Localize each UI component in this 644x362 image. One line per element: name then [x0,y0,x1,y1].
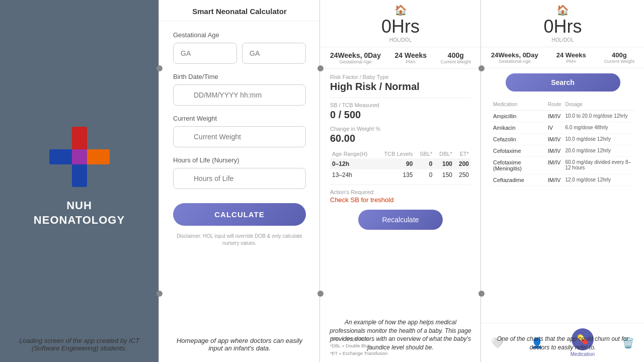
cell-dbl: 100 [434,158,454,169]
svg-rect-3 [85,149,110,164]
table-row: Cefazolin IM/IV 10.0 mg/dose 12hrly [491,134,634,145]
med-name: Cefotaxime (Meningitis) [491,157,546,174]
cell-age: 13–24h [330,169,376,180]
hol-group: Hours of Life (Nursery) 🕐 [173,156,306,189]
chart-pma: 24 Weeks PMA [556,51,586,64]
med-dosage: 20.0 mg/dose 12hrly [563,145,634,157]
monitor-weight: 400g Current Weight [441,51,471,64]
med-route: IM/IV [546,134,564,145]
ga-input-1[interactable] [173,43,237,64]
loading-caption: Loading screen of the app created by ICT… [0,337,158,352]
monitor-home-icon[interactable]: 🏠 [325,4,476,16]
search-button[interactable]: Search [506,73,620,92]
sep-dot-top-home [156,65,163,71]
hol-input[interactable] [173,168,306,189]
med-dosage: 60.0 mg/day divided every 8–12 hours [563,157,634,174]
ga-label: Gestational Age [173,31,306,39]
med-dosage: 10.0 mg/dose 12hrly [563,134,634,145]
disclaimer-text: Disclaimer: HOL input will override DOB … [173,233,306,247]
med-route: IV [546,122,564,134]
chart-time: 0Hrs [486,16,639,37]
birth-datetime-group: Birth Date/Time 📅 [173,73,306,106]
app-title: NUH NEONATOLOGY [34,199,125,227]
weight-label: Current Weight [173,115,306,122]
panel-home: Smart Neonatal Calculator Gestational Ag… [158,0,319,362]
med-dosage: 12.0 mg/dose 12hrly [563,174,634,186]
chart-home-icon[interactable]: 🏠 [486,4,639,16]
panel-loading: NUH NEONATOLOGY Loading screen of the ap… [0,0,158,362]
risk-label: Risk Factor / Baby Type [330,74,471,80]
ga-input-2[interactable] [242,43,306,64]
cell-tcb: 135 [376,169,415,180]
medication-table: Medication Route Dosage Ampicillin IM/IV… [491,100,634,186]
home-title: Smart Neonatal Calculator [164,7,315,16]
sep-dot-top-monitor [317,65,324,71]
panel-monitor: 🏠 0Hrs HOL/DOL 24Weeks, 0Day Gestational… [319,0,480,362]
svg-rect-4 [72,162,87,187]
monitor-body: Risk Factor / Baby Type High Risk / Norm… [320,69,481,335]
actions-label: Action's Required: [330,189,471,195]
hol-label: Hours of Life (Nursery) [173,156,306,164]
monitor-table: Age Range(H) TCB Levels SBL* DBL* ET* 0–… [330,149,471,180]
weight-input[interactable] [173,126,306,147]
table-row: Amikacin IV 6.0 mg/dose 48hrly [491,122,634,134]
table-row: Ceftazadime IM/IV 12.0 mg/dose 12hrly [491,174,634,186]
calculate-button[interactable]: CALCULATE [173,203,306,226]
risk-value: High Risk / Normal [330,81,471,93]
sb-label: SB / TCB Measured [330,102,471,108]
svg-rect-2 [49,149,74,164]
col-dosage: Dosage [563,100,634,111]
chart-hol-label: HOL/DOL [486,37,639,43]
medication-label: Medication [571,351,595,357]
sep-dot-bottom-monitor [317,291,324,297]
chart-caption: One of the charts that the app could chu… [481,335,644,352]
cell-dbl: 150 [434,169,454,180]
cell-et: 200 [454,158,471,169]
chart-body: Search Medication Route Dosage Ampicilli… [481,68,644,323]
sep-dot-top-chart [478,65,485,71]
med-name: Amikacin [491,122,546,134]
home-content: Gestational Age Birth Date/Time 📅 Curren… [159,21,320,362]
col-tcb: TCB Levels [376,149,415,158]
panel-chart: 🏠 0Hrs HOL/DOL 24Weeks, 0Day Gestational… [480,0,644,362]
monitor-hol-label: HOL/DOL [325,37,476,43]
recalculate-button[interactable]: Recalculate [358,210,443,230]
monitor-header: 🏠 0Hrs HOL/DOL [320,0,481,47]
cell-sbl: 0 [415,169,434,180]
col-medication: Medication [491,100,546,111]
svg-rect-5 [72,149,87,164]
gestational-age-group: Gestational Age [173,31,306,64]
actions-value: Check SB for treshold [330,196,471,204]
home-header: Smart Neonatal Calculator [159,0,320,21]
monitor-ga: 24Weeks, 0Day Gestational Age [330,51,381,64]
weight-group: Current Weight ⚖️ [173,115,306,147]
weight-change-value: 60.00 [330,133,471,144]
logo-container: NUH NEONATOLOGY [34,124,125,227]
chart-weight: 400g Current Weight [604,51,634,64]
birth-input[interactable] [173,84,306,106]
svg-rect-1 [72,127,87,152]
table-row: Cefotaxime IM/IV 20.0 mg/dose 12hrly [491,145,634,157]
med-route: IM/IV [546,174,564,186]
med-route: IM/IV [546,145,564,157]
med-name: Ampicillin [491,111,546,122]
table-row: Cefotaxime (Meningitis) IM/IV 60.0 mg/da… [491,157,634,174]
med-name: Cefotaxime [491,145,546,157]
chart-ga: 24Weeks, 0Day Gestational Age [491,51,538,64]
med-name: Cefazolin [491,134,546,145]
med-route: IM/IV [546,157,564,174]
birth-label: Birth Date/Time [173,73,306,80]
chart-stats: 24Weeks, 0Day Gestational Age 24 Weeks P… [481,47,644,68]
col-dbl: DBL* [434,149,454,158]
monitor-time: 0Hrs [325,16,476,37]
med-dosage: 10.0 to 20.0 mg/dose 12hrly [563,111,634,122]
col-et: ET* [454,149,471,158]
monitor-stats: 24Weeks, 0Day Gestational Age 24 Weeks P… [320,47,481,69]
sep-dot-bottom-home [156,291,163,297]
table-row: Ampicillin IM/IV 10.0 to 20.0 mg/dose 12… [491,111,634,122]
logo-cross [47,124,112,190]
cell-tcb: 90 [376,158,415,169]
monitor-pma: 24 Weeks PMA [395,51,427,64]
table-row: 0–12h 90 0 100 200 [330,158,471,169]
cell-sbl: 0 [415,158,434,169]
